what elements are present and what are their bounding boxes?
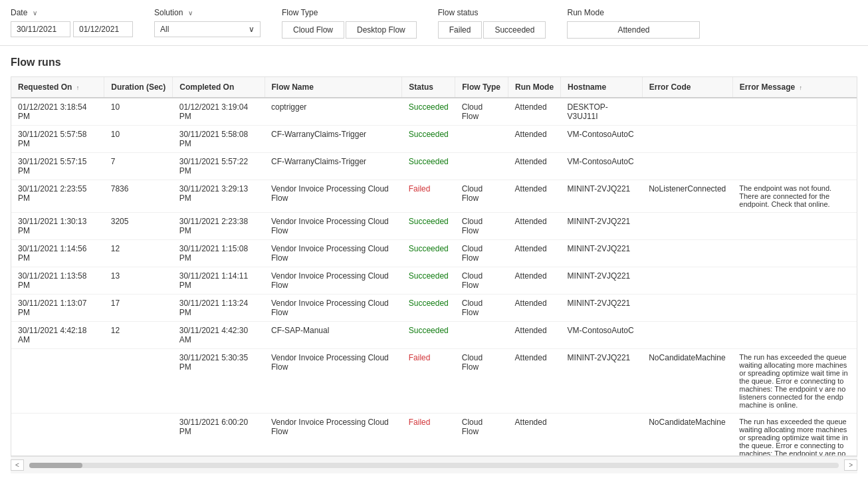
table-cell: [732, 153, 857, 180]
col-error-message[interactable]: Error Message ↑: [732, 77, 857, 98]
table-cell: Vendor Invoice Processing Cloud Flow: [265, 240, 402, 267]
col-run-mode[interactable]: Run Mode: [508, 77, 561, 98]
table-cell: [642, 295, 732, 322]
section-title: Flow runs: [11, 57, 857, 68]
table-cell: NoCandidateMachine: [642, 349, 732, 414]
table-cell: Attended: [508, 180, 561, 213]
table-cell: Vendor Invoice Processing Cloud Flow: [265, 180, 402, 213]
attended-button[interactable]: Attended: [567, 21, 700, 39]
scroll-thumb[interactable]: [29, 463, 82, 468]
table-cell: MININT-2VJQ221: [561, 267, 643, 295]
solution-value: All: [160, 25, 169, 34]
table-cell: 10: [104, 98, 173, 126]
table-cell: Cloud Flow: [455, 349, 508, 414]
table-cell: CF-WarranyClaims-Trigger: [265, 126, 402, 153]
table-cell: Cloud Flow: [455, 98, 508, 126]
failed-button[interactable]: Failed: [438, 21, 483, 39]
table-cell: The run has exceeded the queue waiting a…: [732, 414, 857, 457]
run-mode-label: Run Mode: [567, 8, 700, 17]
table-cell: 30/11/2021 5:57:22 PM: [173, 153, 265, 180]
scroll-track[interactable]: [29, 463, 839, 468]
scroll-right-button[interactable]: >: [844, 459, 857, 471]
table-cell: [642, 98, 732, 126]
solution-dropdown-chevron: ∨: [249, 25, 255, 34]
table-cell: CF-WarranyClaims-Trigger: [265, 153, 402, 180]
table-cell: Succeeded: [402, 153, 455, 180]
date-from-input[interactable]: [11, 21, 70, 37]
table-cell: Attended: [508, 98, 561, 126]
succeeded-button[interactable]: Succeeded: [483, 21, 546, 39]
table-cell: [732, 240, 857, 267]
table-cell: 30/11/2021 2:23:55 PM: [11, 180, 104, 213]
table-cell: [455, 126, 508, 153]
table-cell: [642, 267, 732, 295]
table-cell: Succeeded: [402, 295, 455, 322]
flow-runs-table: Requested On ↑ Duration (Sec) Completed …: [11, 77, 857, 456]
table-cell: MININT-2VJQ221: [561, 240, 643, 267]
col-completed-on[interactable]: Completed On: [173, 77, 265, 98]
table-cell: Failed: [402, 180, 455, 213]
table-cell: Cloud Flow: [455, 213, 508, 240]
date-to-input[interactable]: [73, 21, 133, 37]
table-cell: 01/12/2021 3:18:54 PM: [11, 98, 104, 126]
table-cell: DESKTOP-V3UJ11I: [561, 98, 643, 126]
table-cell: [104, 349, 173, 414]
filter-bar: Date ∨ Solution ∨ All ∨ Flow Type Cloud …: [0, 0, 868, 46]
solution-dropdown[interactable]: All ∨: [154, 21, 261, 37]
horizontal-scrollbar[interactable]: < >: [11, 456, 857, 473]
table-cell: Attended: [508, 153, 561, 180]
col-requested-on[interactable]: Requested On ↑: [11, 77, 104, 98]
table-cell: [642, 213, 732, 240]
table-cell: [642, 322, 732, 349]
table-cell: The endpoint was not found. There are co…: [732, 180, 857, 213]
table-cell: MININT-2VJQ221: [561, 180, 643, 213]
table-cell: MININT-2VJQ221: [561, 349, 643, 414]
table-cell: [732, 213, 857, 240]
table-cell: [104, 414, 173, 457]
table-row: 30/11/2021 1:30:13 PM320530/11/2021 2:23…: [11, 213, 857, 240]
col-status[interactable]: Status: [402, 77, 455, 98]
table-cell: VM-ContosoAutoC: [561, 153, 643, 180]
table-cell: 30/11/2021 1:14:11 PM: [173, 267, 265, 295]
col-error-code[interactable]: Error Code: [642, 77, 732, 98]
table-cell: Vendor Invoice Processing Cloud Flow: [265, 414, 402, 457]
desktop-flow-button[interactable]: Desktop Flow: [346, 21, 417, 39]
sort-error-message-icon: ↑: [800, 84, 803, 91]
table-cell: Attended: [508, 349, 561, 414]
flow-status-buttons: Failed Succeeded: [438, 21, 546, 39]
scroll-left-button[interactable]: <: [11, 459, 24, 471]
table-cell: Attended: [508, 322, 561, 349]
run-mode-filter-group: Run Mode Attended: [567, 8, 700, 39]
table-cell: Succeeded: [402, 267, 455, 295]
table-cell: 13: [104, 267, 173, 295]
table-cell: Cloud Flow: [455, 414, 508, 457]
table-cell: Cloud Flow: [455, 267, 508, 295]
col-flow-name[interactable]: Flow Name: [265, 77, 402, 98]
table-cell: Attended: [508, 267, 561, 295]
table-cell: 30/11/2021 6:00:20 PM: [173, 414, 265, 457]
flow-status-filter-group: Flow status Failed Succeeded: [438, 8, 546, 39]
cloud-flow-button[interactable]: Cloud Flow: [282, 21, 344, 39]
table-cell: [455, 322, 508, 349]
table-cell: MININT-2VJQ221: [561, 295, 643, 322]
table-cell: 17: [104, 295, 173, 322]
table-cell: Cloud Flow: [455, 295, 508, 322]
table-cell: Attended: [508, 126, 561, 153]
table-cell: 01/12/2021 3:19:04 PM: [173, 98, 265, 126]
table-cell: Vendor Invoice Processing Cloud Flow: [265, 213, 402, 240]
table-cell: [561, 414, 643, 457]
flow-runs-table-container[interactable]: Requested On ↑ Duration (Sec) Completed …: [11, 76, 857, 456]
table-cell: 7: [104, 153, 173, 180]
table-cell: 3205: [104, 213, 173, 240]
table-cell: 7836: [104, 180, 173, 213]
col-duration[interactable]: Duration (Sec): [104, 77, 173, 98]
table-cell: Attended: [508, 414, 561, 457]
table-cell: 30/11/2021 3:29:13 PM: [173, 180, 265, 213]
table-cell: 30/11/2021 1:30:13 PM: [11, 213, 104, 240]
col-hostname[interactable]: Hostname: [561, 77, 643, 98]
col-flow-type[interactable]: Flow Type: [455, 77, 508, 98]
table-cell: Failed: [402, 349, 455, 414]
table-cell: [642, 240, 732, 267]
table-cell: The run has exceeded the queue waiting a…: [732, 349, 857, 414]
table-cell: [455, 153, 508, 180]
